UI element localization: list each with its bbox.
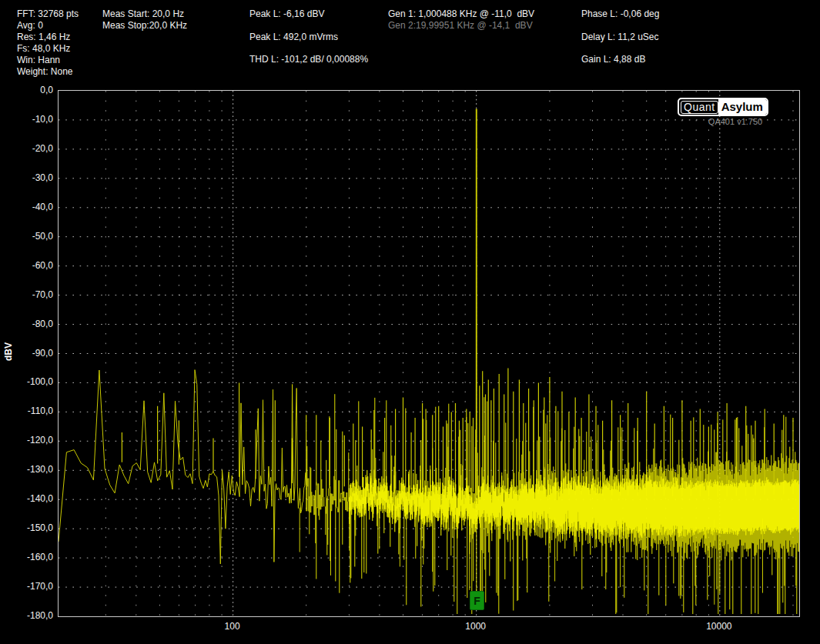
- y-tick-label: -180,0: [27, 610, 53, 621]
- fundamental-marker[interactable]: F: [470, 591, 484, 610]
- spectrum-low-frequency-trace: [59, 370, 306, 564]
- meas-stop-readout: Meas Stop:20,0 KHz: [102, 20, 187, 32]
- y-tick-label: -160,0: [27, 552, 53, 562]
- delay-readout: Delay L: 11,2 uSec: [581, 32, 659, 44]
- spectrum-trace-canvas: [59, 91, 799, 616]
- x-tick-label: 1000: [453, 621, 499, 632]
- y-tick-label: -110,0: [28, 405, 53, 416]
- y-tick-label: -30,0: [32, 172, 53, 183]
- qa401-analyzer-screen: FFT: 32768 pts Avg: 0 Res: 1,46 Hz Fs: 4…: [0, 0, 820, 644]
- y-tick-label: -150,0: [27, 522, 53, 533]
- y-tick-label: -10,0: [32, 114, 53, 125]
- thd-readout: THD L: -101,2 dB/ 0,00088%: [249, 54, 368, 66]
- logo-asylum-text: Asylum: [718, 99, 767, 115]
- y-axis-tick-labels: 0,0-10,0-20,0-30,0-40,0-50,0-60,0-70,0-8…: [0, 0, 53, 644]
- y-tick-label: -100,0: [27, 376, 53, 387]
- meas-start-readout: Meas Start: 20,0 Hz: [102, 8, 184, 21]
- x-tick-label: 10000: [696, 621, 742, 632]
- software-version-label: QA401 v1.750: [678, 117, 793, 126]
- y-tick-label: -60,0: [32, 260, 53, 271]
- y-tick-label: -130,0: [27, 464, 53, 475]
- phase-readout: Phase L: -0,06 deg: [581, 8, 659, 21]
- y-tick-label: -20,0: [32, 143, 53, 154]
- y-tick-label: -120,0: [27, 435, 53, 445]
- y-tick-label: 0,0: [40, 85, 53, 95]
- y-tick-label: -80,0: [32, 319, 53, 329]
- y-tick-label: -140,0: [27, 493, 53, 504]
- spectrum-plot[interactable]: Quant Asylum QA401 v1.750 F: [58, 90, 800, 617]
- peak-vrms-readout: Peak L: 492,0 mVrms: [249, 32, 338, 44]
- quantasylum-logo: Quant Asylum: [678, 98, 768, 116]
- y-tick-label: -170,0: [27, 581, 53, 592]
- gen1-readout: Gen 1: 1,000488 KHz @ -11,0 dBV: [388, 8, 534, 21]
- y-tick-label: -50,0: [32, 231, 53, 242]
- y-tick-label: -90,0: [32, 348, 53, 359]
- y-tick-label: -40,0: [32, 202, 53, 212]
- x-tick-label: 100: [209, 621, 256, 632]
- logo-quant-text: Quant: [681, 101, 718, 114]
- y-tick-label: -70,0: [32, 289, 53, 300]
- peak-dbv-readout: Peak L: -6,16 dBV: [249, 8, 324, 21]
- gen2-readout: Gen 2:19,99951 KHz @ -14,1 dBV: [388, 20, 533, 32]
- gain-readout: Gain L: 4,88 dB: [581, 54, 645, 66]
